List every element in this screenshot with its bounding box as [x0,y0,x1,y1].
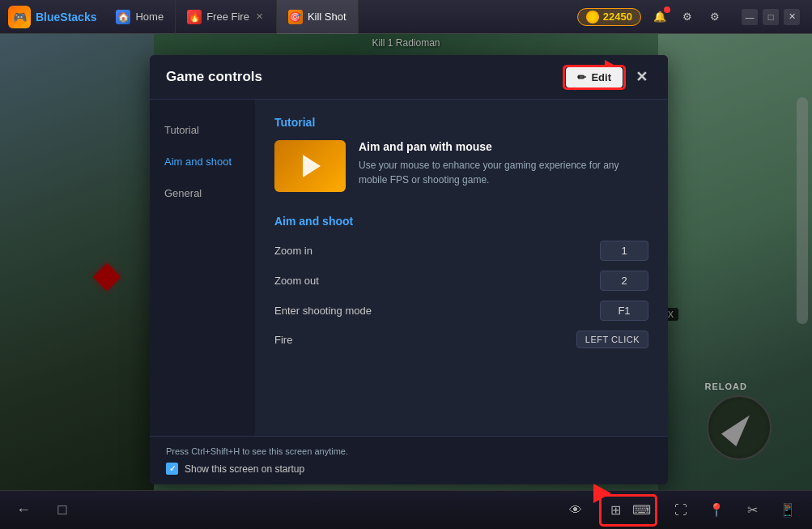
tutorial-video-thumbnail[interactable] [274,140,346,192]
modal-header-right: ✏ Edit ✕ [566,66,652,87]
app-logo: 🎮 BlueStacks [0,6,104,28]
coin-icon: P [586,11,599,23]
keybind-zoom-out-key[interactable]: 2 [600,271,648,291]
modal-title: Game controls [166,69,262,85]
tutorial-video-description: Use your mouse to enhance your gaming ex… [359,158,648,187]
scissors-button[interactable]: ✂ [740,498,764,523]
checkbox-label: Show this screen on startup [185,463,304,475]
freefire-tab-icon: 🔥 [187,10,202,24]
settings-button[interactable]: ⚙ [706,8,724,26]
sidebar-item-tutorial[interactable]: Tutorial [150,116,255,144]
keybind-row-zoom-in: Zoom in 1 [274,241,648,261]
modal-sidebar: Tutorial Aim and shoot General [150,100,255,436]
notification-button[interactable]: 🔔 [651,8,669,26]
play-icon [303,155,321,177]
keybind-row-fire: Fire LEFT CLICK [274,331,648,348]
close-window-button[interactable]: ✕ [784,9,800,25]
game-controls-modal: Game controls ✏ Edit ✕ Tutorial Aim and … [150,55,668,484]
titlebar-tabs: 🏠 Home 🔥 Free Fire ✕ 🎯 Kill Shot [104,0,564,34]
show-startup-checkbox[interactable] [166,463,178,475]
modal-content: Tutorial Aim and pan with mouse Use your… [255,100,668,436]
coin-badge: P 22450 [577,8,641,26]
window-controls: — □ ✕ [733,9,800,25]
keyboard-button[interactable]: ⌨ [629,498,653,523]
eye-button[interactable]: 👁 [563,498,588,523]
killshot-tab-icon: 🎯 [288,10,303,24]
tutorial-card: Aim and pan with mouse Use your mouse to… [274,140,648,192]
keybind-shooting-mode-label: Enter shooting mode [274,305,372,317]
tab-killshot[interactable]: 🎯 Kill Shot [277,0,359,34]
tab-home[interactable]: 🏠 Home [104,0,176,34]
back-button[interactable]: ← [12,499,35,522]
keybind-zoom-in-label: Zoom in [274,245,312,257]
keybind-zoom-in-key[interactable]: 1 [600,241,648,261]
tab-killshot-label: Kill Shot [308,11,346,23]
keybind-shooting-mode-key[interactable]: F1 [600,301,648,321]
bottombar: ← □ 👁 ⊞ ⌨ ⛶ 📍 ✂ 📱 [0,490,812,529]
modal-header: Game controls ✏ Edit ✕ [150,55,668,100]
maximize-button[interactable]: □ [763,9,779,25]
location-button[interactable]: 📍 [704,498,729,523]
home-tab-icon: 🏠 [116,10,130,24]
bluestacks-logo-text: BlueStacks [36,11,96,23]
modal-close-button[interactable]: ✕ [631,66,652,87]
coin-amount: 22450 [603,11,632,23]
edit-button[interactable]: ✏ Edit [566,67,623,87]
minimize-button[interactable]: — [742,9,758,25]
titlebar-right: P 22450 🔔 ⚙ ⚙ — □ ✕ [565,8,812,26]
keybind-fire-key[interactable]: LEFT CLICK [576,331,648,348]
expand-button[interactable]: ⛶ [669,498,693,523]
keybind-row-zoom-out: Zoom out 2 [274,271,648,291]
profile-button[interactable]: ⚙ [678,8,696,26]
checkbox-row: Show this screen on startup [166,463,652,475]
titlebar: 🎮 BlueStacks 🏠 Home 🔥 Free Fire ✕ 🎯 Kill… [0,0,812,34]
bluestacks-logo-icon: 🎮 [8,6,31,28]
aim-section-title: Aim and shoot [274,215,648,228]
red-arrow-bottom [593,484,611,506]
mobile-button[interactable]: 📱 [776,498,800,523]
keybind-fire-label: Fire [274,334,292,346]
tutorial-text: Aim and pan with mouse Use your mouse to… [359,140,648,187]
edit-button-wrapper: ✏ Edit [566,67,623,87]
keybind-zoom-out-label: Zoom out [274,275,319,287]
tutorial-section-title: Tutorial [274,116,648,129]
modal-body: Tutorial Aim and shoot General Tutorial … [150,100,668,436]
notification-dot [664,6,670,13]
sidebar-item-general[interactable]: General [150,179,255,207]
tutorial-video-title: Aim and pan with mouse [359,140,648,153]
keybind-row-shooting-mode: Enter shooting mode F1 [274,301,648,321]
tab-freefire-label: Free Fire [206,11,249,23]
tab-freefire-close[interactable]: ✕ [254,10,265,23]
tab-home-label: Home [135,11,164,23]
bottom-left-controls: ← □ [12,499,74,522]
modal-footer: Press Ctrl+Shift+H to see this screen an… [150,436,668,484]
home-button[interactable]: □ [51,499,74,522]
footer-hint: Press Ctrl+Shift+H to see this screen an… [166,446,652,456]
tab-freefire[interactable]: 🔥 Free Fire ✕ [176,0,277,34]
sidebar-item-aim-shoot[interactable]: Aim and shoot [150,147,255,176]
